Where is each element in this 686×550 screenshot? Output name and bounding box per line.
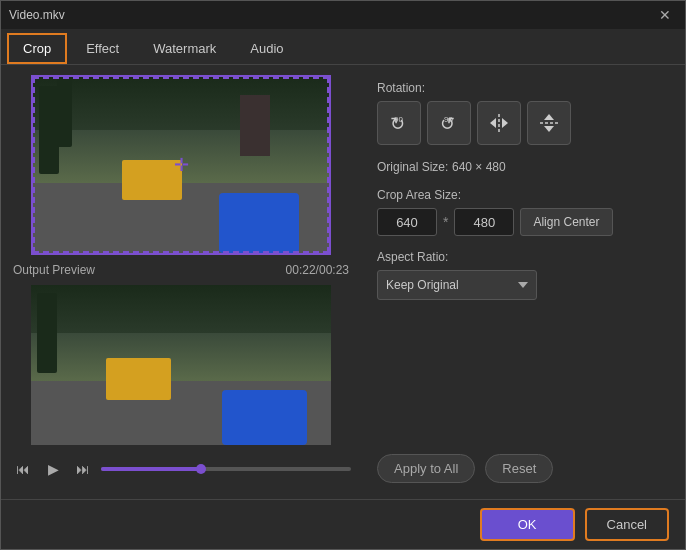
output-preview (31, 285, 331, 445)
original-size-value: 640 × 480 (452, 160, 506, 174)
rotate-cw-button[interactable]: ↻ 90 (377, 101, 421, 145)
crop-area-label: Crop Area Size: (377, 188, 669, 202)
progress-bar[interactable] (101, 467, 351, 471)
svg-marker-6 (502, 118, 508, 128)
tree-left3 (37, 293, 57, 373)
close-button[interactable]: ✕ (653, 3, 677, 27)
apply-to-all-button[interactable]: Apply to All (377, 454, 475, 483)
title-bar: Video.mkv ✕ (1, 1, 685, 29)
player-controls: ⏮ ▶ ⏭ (11, 453, 351, 485)
flip-horizontal-button[interactable] (477, 101, 521, 145)
tab-audio[interactable]: Audio (235, 34, 298, 63)
original-size-section: Original Size: 640 × 480 (377, 159, 669, 174)
size-separator: * (443, 214, 448, 230)
action-row: Apply to All Reset (377, 454, 669, 483)
crop-width-input[interactable] (377, 208, 437, 236)
bottom-bar: OK Cancel (1, 499, 685, 549)
aspect-ratio-select[interactable]: Keep Original 16:9 4:3 1:1 9:16 (377, 270, 537, 300)
rotation-buttons: ↻ 90 ↺ 90 (377, 101, 669, 145)
tab-crop[interactable]: Crop (7, 33, 67, 64)
timestamp: 00:22/00:23 (286, 263, 349, 277)
crop-crosshair: ✛ (174, 154, 189, 176)
rotation-section: Rotation: ↻ 90 ↺ 90 (377, 81, 669, 145)
svg-marker-9 (544, 126, 554, 132)
main-content: ✛ Output Preview 00:22/00:23 (1, 65, 685, 499)
left-panel: ✛ Output Preview 00:22/00:23 (1, 65, 361, 499)
progress-thumb (196, 464, 206, 474)
aspect-ratio-section: Aspect Ratio: Keep Original 16:9 4:3 1:1… (377, 250, 669, 300)
flip-vertical-button[interactable] (527, 101, 571, 145)
aspect-select-wrapper: Keep Original 16:9 4:3 1:1 9:16 (377, 270, 537, 300)
rotation-label: Rotation: (377, 81, 669, 95)
preview-video: ✛ (33, 77, 329, 253)
right-panel: Rotation: ↻ 90 ↺ 90 (361, 65, 685, 499)
tab-bar: Crop Effect Watermark Audio (1, 29, 685, 65)
reset-button[interactable]: Reset (485, 454, 553, 483)
svg-marker-8 (544, 114, 554, 120)
barrel2 (222, 390, 307, 445)
sky-bg2 (31, 285, 331, 333)
crop-area-section: Crop Area Size: * Align Center (377, 188, 669, 236)
svg-text:90: 90 (394, 115, 403, 124)
play-button[interactable]: ▶ (41, 457, 65, 481)
title-filename: Video.mkv (9, 8, 65, 22)
output-preview-label: Output Preview (13, 263, 95, 277)
tab-watermark[interactable]: Watermark (138, 34, 231, 63)
ok-button[interactable]: OK (480, 508, 575, 541)
tab-effect[interactable]: Effect (71, 34, 134, 63)
svg-marker-5 (490, 118, 496, 128)
svg-text:90: 90 (444, 115, 453, 124)
output-video (31, 285, 331, 445)
rotate-ccw-button[interactable]: ↺ 90 (427, 101, 471, 145)
truck2 (106, 358, 171, 400)
crop-preview: ✛ (31, 75, 331, 255)
spacer (377, 314, 669, 440)
main-dialog: Video.mkv ✕ Crop Effect Watermark Audio (0, 0, 686, 550)
align-center-button[interactable]: Align Center (520, 208, 612, 236)
progress-fill (101, 467, 201, 471)
aspect-ratio-label: Aspect Ratio: (377, 250, 669, 264)
prev-frame-button[interactable]: ⏮ (11, 457, 35, 481)
output-label-row: Output Preview 00:22/00:23 (11, 263, 351, 277)
cancel-button[interactable]: Cancel (585, 508, 669, 541)
original-size-label-text: Original Size: (377, 160, 448, 174)
crop-area-row: * Align Center (377, 208, 669, 236)
crop-height-input[interactable] (454, 208, 514, 236)
next-frame-button[interactable]: ⏭ (71, 457, 95, 481)
